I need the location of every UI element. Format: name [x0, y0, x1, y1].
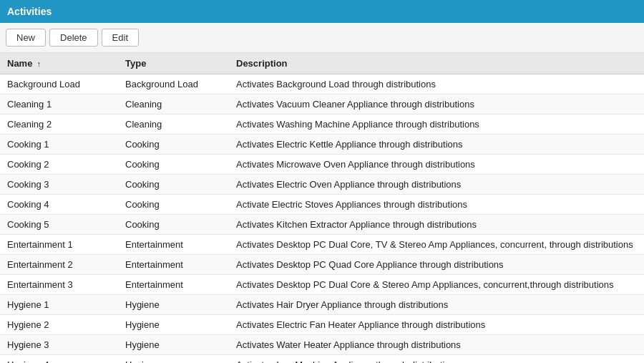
cell-name: Hygiene 2: [0, 315, 118, 335]
table-row[interactable]: Background LoadBackground LoadActivates …: [0, 74, 644, 95]
table-row[interactable]: Entertainment 2EntertainmentActivates De…: [0, 255, 644, 275]
cell-type: Cooking: [118, 175, 229, 195]
cell-description: Activates Microwave Oven Appliance throu…: [229, 155, 644, 175]
cell-type: Entertainment: [118, 275, 229, 295]
cell-name: Cooking 3: [0, 175, 118, 195]
cell-name: Cleaning 1: [0, 95, 118, 115]
cell-type: Cleaning: [118, 95, 229, 115]
activities-table: Name ↑ Type Description Background LoadB…: [0, 53, 644, 363]
cell-description: Activates Electric Fan Heater Appliance …: [229, 315, 644, 335]
table-header-row: Name ↑ Type Description: [0, 53, 644, 74]
cell-description: Activates Electric Kettle Appliance thro…: [229, 135, 644, 155]
cell-name: Entertainment 2: [0, 255, 118, 275]
cell-description: Activates Iron Machine Appliance through…: [229, 355, 644, 364]
table-row[interactable]: Cooking 2CookingActivates Microwave Oven…: [0, 155, 644, 175]
cell-type: Cooking: [118, 215, 229, 235]
cell-name: Entertainment 3: [0, 275, 118, 295]
table-row[interactable]: Cooking 4CookingActivate Electric Stoves…: [0, 195, 644, 215]
delete-button[interactable]: Delete: [49, 29, 98, 47]
table-row[interactable]: Entertainment 3EntertainmentActivates De…: [0, 275, 644, 295]
cell-name: Hygiene 4: [0, 355, 118, 364]
cell-type: Cooking: [118, 135, 229, 155]
cell-name: Cleaning 2: [0, 115, 118, 135]
table-row[interactable]: Cooking 3CookingActivates Electric Oven …: [0, 175, 644, 195]
cell-name: Cooking 4: [0, 195, 118, 215]
cell-description: Activates Desktop PC Dual Core & Stereo …: [229, 275, 644, 295]
cell-type: Hygiene: [118, 315, 229, 335]
title-bar: Activities: [0, 0, 644, 23]
cell-description: Activates Kitchen Extractor Appliance th…: [229, 215, 644, 235]
cell-description: Activates Desktop PC Dual Core, TV & Ste…: [229, 235, 644, 255]
title-label: Activities: [7, 6, 52, 17]
edit-button[interactable]: Edit: [102, 29, 139, 47]
cell-name: Background Load: [0, 74, 118, 95]
cell-description: Activates Vacuum Cleaner Appliance throu…: [229, 95, 644, 115]
cell-description: Activates Hair Dryer Appliance through d…: [229, 295, 644, 315]
toolbar: New Delete Edit: [0, 23, 644, 53]
cell-type: Hygiene: [118, 335, 229, 355]
table-row[interactable]: Hygiene 4HygieneActivates Iron Machine A…: [0, 355, 644, 364]
table-row[interactable]: Hygiene 2HygieneActivates Electric Fan H…: [0, 315, 644, 335]
table-row[interactable]: Cleaning 1CleaningActivates Vacuum Clean…: [0, 95, 644, 115]
cell-type: Cleaning: [118, 115, 229, 135]
new-button[interactable]: New: [6, 29, 46, 47]
cell-name: Cooking 5: [0, 215, 118, 235]
cell-type: Entertainment: [118, 255, 229, 275]
table-row[interactable]: Entertainment 1EntertainmentActivates De…: [0, 235, 644, 255]
col-header-name[interactable]: Name ↑: [0, 53, 118, 74]
cell-type: Cooking: [118, 195, 229, 215]
cell-name: Hygiene 1: [0, 295, 118, 315]
table-row[interactable]: Hygiene 1HygieneActivates Hair Dryer App…: [0, 295, 644, 315]
cell-type: Entertainment: [118, 235, 229, 255]
sort-arrow-name: ↑: [34, 59, 41, 68]
cell-description: Activates Washing Machine Appliance thro…: [229, 115, 644, 135]
cell-description: Activates Desktop PC Quad Core Appliance…: [229, 255, 644, 275]
col-header-type[interactable]: Type: [118, 53, 229, 74]
cell-type: Background Load: [118, 74, 229, 95]
col-header-description[interactable]: Description: [229, 53, 644, 74]
cell-description: Activates Electric Oven Appliance throug…: [229, 175, 644, 195]
cell-type: Cooking: [118, 155, 229, 175]
table-row[interactable]: Cooking 1CookingActivates Electric Kettl…: [0, 135, 644, 155]
cell-name: Hygiene 3: [0, 335, 118, 355]
cell-name: Cooking 1: [0, 135, 118, 155]
cell-description: Activate Electric Stoves Appliances thro…: [229, 195, 644, 215]
table-row[interactable]: Cooking 5CookingActivates Kitchen Extrac…: [0, 215, 644, 235]
cell-type: Hygiene: [118, 295, 229, 315]
cell-name: Entertainment 1: [0, 235, 118, 255]
cell-type: Hygiene: [118, 355, 229, 364]
cell-description: Activates Background Load through distri…: [229, 74, 644, 95]
table-row[interactable]: Hygiene 3HygieneActivates Water Heater A…: [0, 335, 644, 355]
cell-description: Activates Water Heater Appliance through…: [229, 335, 644, 355]
table-row[interactable]: Cleaning 2CleaningActivates Washing Mach…: [0, 115, 644, 135]
cell-name: Cooking 2: [0, 155, 118, 175]
